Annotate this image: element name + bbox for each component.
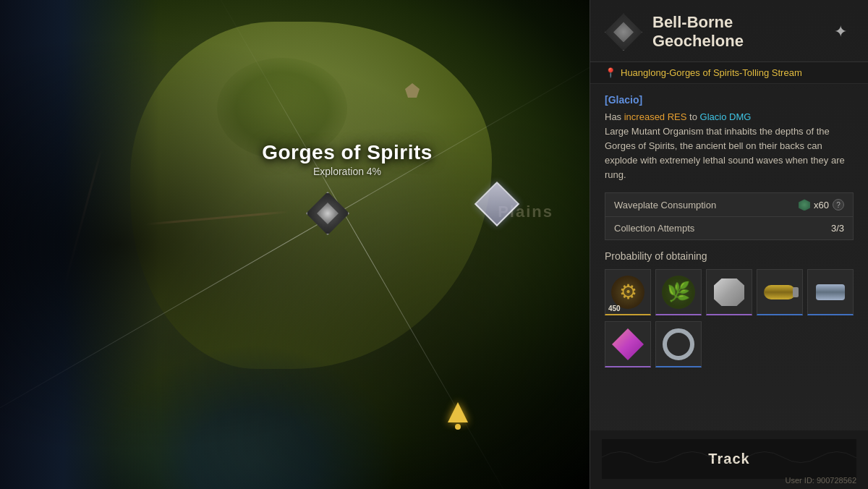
map-boss-icon[interactable]	[306, 192, 349, 235]
cylinder-icon	[816, 284, 845, 300]
location-pin-icon: 📍	[605, 67, 616, 78]
map-location-label: Gorges of Spirits Exploration 4%	[262, 141, 433, 177]
gear-icon	[611, 276, 644, 309]
panel-content: [Glacio] Has increased RES to Glacio DMG…	[590, 84, 868, 388]
collection-value: 3/3	[831, 223, 844, 234]
desc-highlight1: increased RES	[624, 111, 687, 122]
terrain-shadow-right	[0, 0, 590, 489]
panel-header: Bell-Borne Geochelone ✦	[590, 0, 868, 62]
compass-star-symbol: ✦	[834, 22, 847, 41]
info-panel: Bell-Borne Geochelone ✦ 📍 Huanglong-Gorg…	[590, 0, 868, 489]
prob-item-cylinder[interactable]	[807, 269, 854, 315]
desc-part1: Has	[605, 111, 624, 122]
probability-items-row1: 450 🌿	[605, 269, 854, 315]
panel-boss-icon	[605, 13, 642, 51]
user-id: User ID: 900728562	[786, 476, 856, 485]
location-text: Huanglong-Gorges of Spirits-Tolling Stre…	[621, 67, 802, 78]
temple-icon	[401, 83, 423, 105]
desc-body: Large Mutant Organism that inhabits the …	[605, 126, 845, 180]
prob-item-ring[interactable]	[655, 321, 702, 367]
probability-title: Probability of obtaining	[605, 250, 854, 262]
arrow-dot	[455, 424, 461, 430]
help-icon[interactable]: ?	[833, 199, 844, 211]
prob-item-diamond[interactable]	[605, 321, 651, 367]
prob-item-leaf[interactable]: 🌿	[655, 269, 702, 315]
boss-icon-inner	[317, 203, 339, 224]
panel-title: Bell-Borne Geochelone	[652, 13, 817, 51]
temple-shape	[405, 83, 420, 98]
waveplate-row: Waveplate Consumption x60 ?	[605, 193, 853, 217]
prob-item-gear[interactable]: 450	[605, 269, 651, 315]
probability-items-row2	[605, 321, 854, 367]
prob-item-cube[interactable]	[706, 269, 752, 315]
compass-icon: ✦	[827, 19, 854, 45]
element-tag-text: [Glacio]	[605, 94, 642, 106]
player-arrow-icon	[443, 402, 472, 431]
leaf-icon: 🌿	[662, 276, 695, 309]
compass-shape: ✦	[827, 19, 854, 45]
location-name-main: Gorges of Spirits	[262, 141, 433, 164]
arrow-shape	[448, 402, 468, 422]
collection-row: Collection Attempts 3/3	[605, 217, 853, 239]
diamond-icon	[612, 328, 644, 360]
boss-name-line2: Geochelone	[652, 32, 817, 51]
prob-item-tube[interactable]	[757, 269, 803, 315]
ring-icon	[663, 328, 694, 360]
waveplate-value: x60 ?	[799, 199, 844, 211]
collection-label: Collection Attempts	[614, 223, 694, 234]
desc-part2: to	[686, 111, 699, 122]
boss-name-line1: Bell-Borne	[652, 13, 817, 32]
item-count-gear: 450	[608, 305, 621, 312]
track-button[interactable]: Track	[602, 439, 856, 479]
map-background	[0, 0, 590, 489]
desc-highlight2: Glacio DMG	[700, 111, 752, 122]
location-badge: 📍 Huanglong-Gorges of Spirits-Tolling St…	[590, 62, 868, 84]
stats-table: Waveplate Consumption x60 ? Collection A…	[605, 192, 854, 240]
panel-boss-inner	[613, 22, 634, 42]
waveplate-count: x60	[814, 200, 829, 211]
map-section: Gorges of Spirits Exploration 4% Plains	[0, 0, 590, 489]
waveplate-icon	[799, 199, 810, 211]
cube-icon	[714, 278, 744, 306]
location-exploration: Exploration 4%	[262, 166, 433, 177]
description-text: Has increased RES to Glacio DMG Large Mu…	[605, 110, 854, 183]
tube-icon	[764, 285, 796, 299]
element-tag: [Glacio]	[605, 94, 854, 106]
boss-icon-outer	[306, 192, 349, 235]
waveplate-label: Waveplate Consumption	[614, 200, 716, 211]
